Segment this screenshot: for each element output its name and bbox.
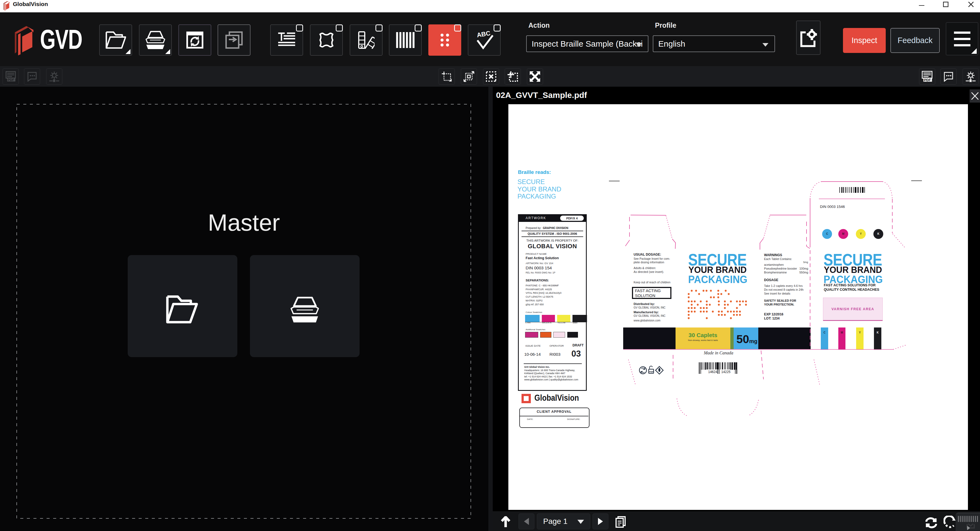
svg-text:PDF: PDF [924,78,931,82]
